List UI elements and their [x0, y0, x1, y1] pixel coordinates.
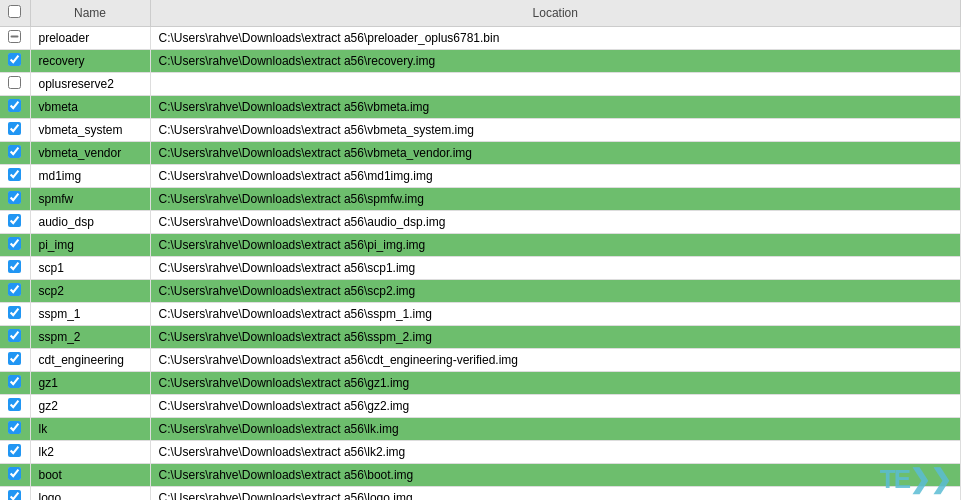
row-checkbox[interactable] [8, 283, 21, 296]
table-row: md1imgC:\Users\rahve\Downloads\extract a… [0, 165, 961, 188]
row-name: audio_dsp [30, 211, 150, 234]
row-name: lk [30, 418, 150, 441]
row-location: C:\Users\rahve\Downloads\extract a56\vbm… [150, 96, 961, 119]
row-checkbox[interactable] [8, 260, 21, 273]
row-checkbox-cell[interactable] [0, 188, 30, 211]
row-checkbox[interactable] [8, 352, 21, 365]
row-checkbox[interactable] [8, 375, 21, 388]
row-location: C:\Users\rahve\Downloads\extract a56\gz2… [150, 395, 961, 418]
row-checkbox-cell[interactable] [0, 326, 30, 349]
row-location: C:\Users\rahve\Downloads\extract a56\ssp… [150, 326, 961, 349]
table-row: vbmeta_systemC:\Users\rahve\Downloads\ex… [0, 119, 961, 142]
row-checkbox[interactable] [8, 398, 21, 411]
table-row: oplusreserve2 [0, 73, 961, 96]
row-location: C:\Users\rahve\Downloads\extract a56\pre… [150, 27, 961, 50]
row-name: boot [30, 464, 150, 487]
row-checkbox-cell[interactable] [0, 142, 30, 165]
row-checkbox-cell[interactable] [0, 349, 30, 372]
row-location: C:\Users\rahve\Downloads\extract a56\rec… [150, 50, 961, 73]
row-name: sspm_1 [30, 303, 150, 326]
row-checkbox[interactable] [8, 490, 21, 500]
row-checkbox-cell[interactable] [0, 372, 30, 395]
row-name: vbmeta_vendor [30, 142, 150, 165]
table-row: pi_imgC:\Users\rahve\Downloads\extract a… [0, 234, 961, 257]
row-checkbox[interactable] [8, 168, 21, 181]
row-checkbox[interactable] [8, 329, 21, 342]
row-location: C:\Users\rahve\Downloads\extract a56\scp… [150, 280, 961, 303]
row-name: gz2 [30, 395, 150, 418]
table-row: gz1C:\Users\rahve\Downloads\extract a56\… [0, 372, 961, 395]
row-name: preloader [30, 27, 150, 50]
row-checkbox-cell[interactable] [0, 27, 30, 50]
header-checkbox-cell[interactable] [0, 0, 30, 27]
row-checkbox-cell[interactable] [0, 441, 30, 464]
file-table: Name Location preloaderC:\Users\rahve\Do… [0, 0, 961, 500]
row-name: sspm_2 [30, 326, 150, 349]
table-row: vbmeta_vendorC:\Users\rahve\Downloads\ex… [0, 142, 961, 165]
row-name: md1img [30, 165, 150, 188]
row-location: C:\Users\rahve\Downloads\extract a56\lk.… [150, 418, 961, 441]
row-location: C:\Users\rahve\Downloads\extract a56\pi_… [150, 234, 961, 257]
row-checkbox-cell[interactable] [0, 487, 30, 501]
header-location: Location [150, 0, 961, 27]
file-table-container[interactable]: Name Location preloaderC:\Users\rahve\Do… [0, 0, 961, 500]
row-checkbox[interactable] [8, 53, 21, 66]
row-location: C:\Users\rahve\Downloads\extract a56\ssp… [150, 303, 961, 326]
row-name: pi_img [30, 234, 150, 257]
header-name: Name [30, 0, 150, 27]
row-name: scp2 [30, 280, 150, 303]
row-checkbox-cell[interactable] [0, 257, 30, 280]
table-row: scp1C:\Users\rahve\Downloads\extract a56… [0, 257, 961, 280]
table-row: sspm_1C:\Users\rahve\Downloads\extract a… [0, 303, 961, 326]
row-checkbox[interactable] [8, 214, 21, 227]
table-header-row: Name Location [0, 0, 961, 27]
row-location: C:\Users\rahve\Downloads\extract a56\md1… [150, 165, 961, 188]
row-checkbox-cell[interactable] [0, 395, 30, 418]
row-checkbox-cell[interactable] [0, 211, 30, 234]
table-row: lk2C:\Users\rahve\Downloads\extract a56\… [0, 441, 961, 464]
row-checkbox-cell[interactable] [0, 119, 30, 142]
row-checkbox-cell[interactable] [0, 50, 30, 73]
row-checkbox-cell[interactable] [0, 280, 30, 303]
table-row: audio_dspC:\Users\rahve\Downloads\extrac… [0, 211, 961, 234]
row-name: vbmeta_system [30, 119, 150, 142]
row-checkbox[interactable] [8, 145, 21, 158]
row-checkbox-cell[interactable] [0, 96, 30, 119]
table-row: vbmetaC:\Users\rahve\Downloads\extract a… [0, 96, 961, 119]
table-row: bootC:\Users\rahve\Downloads\extract a56… [0, 464, 961, 487]
row-checkbox[interactable] [8, 467, 21, 480]
row-name: scp1 [30, 257, 150, 280]
row-checkbox[interactable] [8, 76, 21, 89]
row-location: C:\Users\rahve\Downloads\extract a56\cdt… [150, 349, 961, 372]
table-row: cdt_engineeringC:\Users\rahve\Downloads\… [0, 349, 961, 372]
row-checkbox[interactable] [8, 237, 21, 250]
table-row: preloaderC:\Users\rahve\Downloads\extrac… [0, 27, 961, 50]
table-row: gz2C:\Users\rahve\Downloads\extract a56\… [0, 395, 961, 418]
row-checkbox[interactable] [8, 421, 21, 434]
row-name: cdt_engineering [30, 349, 150, 372]
row-name: recovery [30, 50, 150, 73]
row-checkbox[interactable] [8, 191, 21, 204]
table-row: recoveryC:\Users\rahve\Downloads\extract… [0, 50, 961, 73]
table-body: preloaderC:\Users\rahve\Downloads\extrac… [0, 27, 961, 501]
row-checkbox-cell[interactable] [0, 73, 30, 96]
row-checkbox-cell[interactable] [0, 418, 30, 441]
row-location: C:\Users\rahve\Downloads\extract a56\vbm… [150, 119, 961, 142]
row-checkbox-cell[interactable] [0, 165, 30, 188]
select-all-checkbox[interactable] [8, 5, 21, 18]
row-checkbox[interactable] [8, 99, 21, 112]
row-location: C:\Users\rahve\Downloads\extract a56\log… [150, 487, 961, 501]
row-checkbox-cell[interactable] [0, 303, 30, 326]
row-checkbox[interactable] [8, 306, 21, 319]
row-checkbox-cell[interactable] [0, 464, 30, 487]
row-location: C:\Users\rahve\Downloads\extract a56\gz1… [150, 372, 961, 395]
row-location: C:\Users\rahve\Downloads\extract a56\scp… [150, 257, 961, 280]
row-name: gz1 [30, 372, 150, 395]
row-checkbox-cell[interactable] [0, 234, 30, 257]
row-checkbox[interactable] [8, 122, 21, 135]
row-checkbox[interactable] [8, 444, 21, 457]
row-checkbox[interactable] [8, 30, 21, 43]
row-location: C:\Users\rahve\Downloads\extract a56\vbm… [150, 142, 961, 165]
row-name: logo [30, 487, 150, 501]
row-location: C:\Users\rahve\Downloads\extract a56\lk2… [150, 441, 961, 464]
